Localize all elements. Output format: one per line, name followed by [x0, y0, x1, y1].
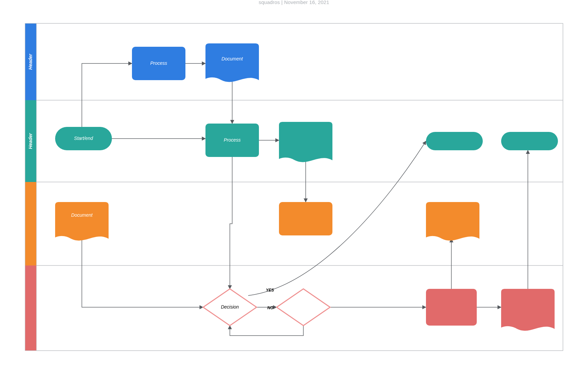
svg-text:Start/end: Start/end [74, 136, 94, 141]
process-orange [279, 202, 332, 235]
svg-rect-1 [36, 23, 563, 100]
swimlane-diagram: HeaderHeader YESNO ProcessDocumentStart/… [0, 0, 588, 372]
svg-text:Document: Document [71, 212, 93, 218]
svg-text:Decision: Decision [221, 304, 239, 310]
svg-text:Process: Process [224, 137, 241, 143]
document-blue [205, 43, 259, 82]
document-teal [279, 122, 332, 162]
lane-blue-label: Header [28, 53, 33, 70]
flow-shapes: ProcessDocumentStart/endProcessDocumentD… [55, 43, 558, 331]
document-orange [55, 202, 109, 240]
svg-text:NO: NO [267, 306, 274, 310]
document-orange-2 [426, 202, 479, 240]
page-meta: squadros | November 16, 2021 [0, 0, 588, 5]
svg-text:Document: Document [222, 56, 243, 61]
svg-text:YES: YES [266, 288, 274, 293]
process-red [426, 289, 477, 326]
terminator-teal-2 [501, 132, 558, 150]
svg-rect-4 [25, 182, 36, 265]
terminator-teal-1 [426, 132, 483, 150]
document-red [501, 289, 555, 331]
svg-text:Process: Process [150, 60, 167, 66]
decision-2 [277, 289, 330, 326]
lane-teal-label: Header [28, 133, 33, 149]
svg-rect-6 [25, 265, 36, 351]
